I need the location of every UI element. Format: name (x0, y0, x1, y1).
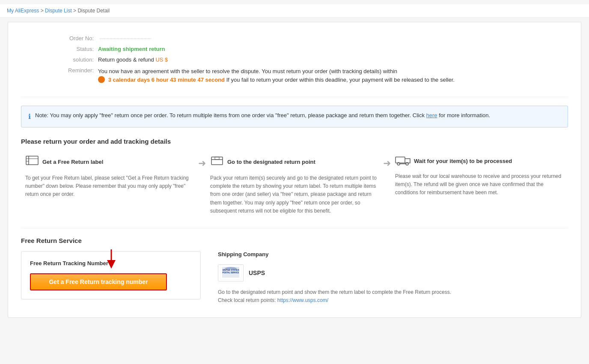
breadcrumb-sep2: > (73, 8, 77, 14)
countdown-value: 3 calendar days 6 hour 43 minute 47 seco… (108, 77, 225, 83)
reminder-label: Reminder: (55, 67, 94, 74)
solution-label: solution: (55, 56, 94, 63)
svg-rect-4 (211, 157, 223, 165)
step-1-desc: To get your Free Return label, please se… (25, 174, 194, 199)
step-2-desc: Pack your return item(s) securely and go… (210, 174, 379, 215)
info-note-box: ℹ Note: You may only apply "free" return… (21, 106, 568, 127)
usps-logo-text: UNITED STATES POSTAL SERVICE (220, 265, 241, 281)
divider (21, 228, 568, 228)
status-label: Status: (55, 46, 94, 52)
usps-link[interactable]: https://www.usps.com/ (277, 297, 328, 303)
clock-icon (98, 76, 105, 83)
shipping-desc: Go to the designated return point and sh… (218, 288, 568, 305)
reminder-text: You now have an agreement with the selle… (98, 67, 455, 84)
arrow-2: ➜ (383, 154, 391, 169)
steps-section-title: Please return your order and add trackin… (21, 138, 568, 145)
breadcrumb-dispute-list[interactable]: Dispute List (45, 8, 72, 14)
svg-rect-7 (396, 157, 405, 163)
info-note-text: Note: You may only apply "free" return o… (35, 111, 490, 120)
breadcrumb-current: Dispute Detail (77, 8, 110, 14)
get-free-return-button[interactable]: Get a Free Return tracking number (30, 273, 167, 290)
step-2-title: Go to the designated return point (227, 159, 315, 165)
svg-rect-0 (26, 156, 38, 165)
step-3-title: Wait for your item(s) to be processed (414, 158, 512, 164)
order-no-row: Order No: (55, 35, 568, 41)
step-1-header: Get a Free Return label (25, 154, 194, 170)
breadcrumb: My AliExpress > Dispute List > Dispute D… (0, 4, 589, 18)
svg-rect-6 (215, 157, 219, 160)
order-no-label: Order No: (55, 35, 94, 41)
info-note-link[interactable]: here (426, 112, 437, 118)
step-1-icon (25, 154, 39, 170)
step-3-header: Wait for your item(s) to be processed (395, 154, 564, 168)
step-2-header: Go to the designated return point (210, 154, 379, 170)
main-card: Order No: Status: Awaiting shipment retu… (8, 22, 581, 318)
step-2: Go to the designated return point Pack y… (206, 154, 383, 215)
arrow-indicator (98, 247, 116, 271)
shipping-panel: Shipping Company UNITED STATES POSTAL SE… (218, 251, 568, 305)
info-icon: ℹ (28, 112, 31, 122)
step-1-title: Get a Free Return label (42, 159, 103, 165)
svg-text:POSTAL SERVICE: POSTAL SERVICE (223, 272, 239, 274)
usps-logo: UNITED STATES POSTAL SERVICE (218, 264, 244, 281)
reminder-row: Reminder: You now have an agreement with… (55, 67, 568, 84)
check-local-text: Check local return points: (218, 297, 276, 303)
currency-link[interactable]: US $ (155, 56, 168, 63)
step-3-icon (395, 154, 411, 168)
solution-value: Return goods & refund US $ (98, 56, 168, 63)
step-3: Wait for your item(s) to be processed Pl… (391, 154, 568, 197)
arrow-1: ➜ (198, 154, 206, 169)
tracking-panel: Free Return Tracking Number Get a Free R… (21, 251, 201, 299)
solution-row: solution: Return goods & refund US $ (55, 56, 568, 63)
order-info-section: Order No: Status: Awaiting shipment retu… (21, 31, 568, 97)
order-number-dots (100, 38, 151, 39)
order-no-value (98, 35, 151, 41)
step-3-desc: Please wait for our local warehouse to r… (395, 172, 564, 197)
shipping-panel-title: Shipping Company (218, 251, 568, 257)
step-1: Get a Free Return label To get your Free… (21, 154, 198, 199)
carrier-name: USPS (249, 269, 265, 276)
status-row: Status: Awaiting shipment return (55, 46, 568, 52)
breadcrumb-my-aliexpress[interactable]: My AliExpress (7, 8, 39, 14)
steps-row: Get a Free Return label To get your Free… (21, 154, 568, 215)
free-return-grid: Free Return Tracking Number Get a Free R… (21, 251, 568, 305)
step-2-icon (210, 154, 224, 170)
usps-row: UNITED STATES POSTAL SERVICE USPS (218, 264, 568, 281)
breadcrumb-sep1: > (41, 8, 45, 14)
deadline-warning: If you fail to return your order within … (226, 77, 455, 83)
free-return-title: Free Return Service (21, 237, 568, 244)
status-value: Awaiting shipment return (98, 46, 165, 52)
svg-marker-12 (107, 260, 116, 269)
